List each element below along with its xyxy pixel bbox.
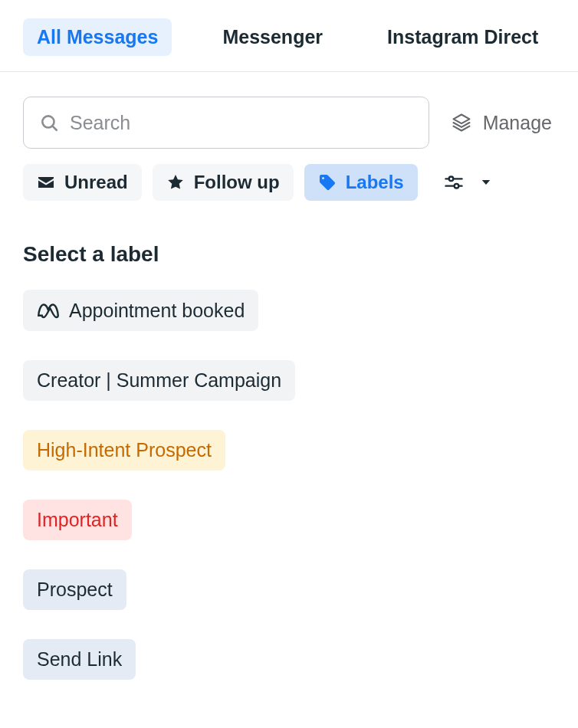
meta-icon <box>37 299 60 322</box>
label-text: High-Intent Prospect <box>37 439 212 461</box>
label-creator-summer[interactable]: Creator | Summer Campaign <box>23 360 295 401</box>
manage-button[interactable]: Manage <box>451 112 555 134</box>
svg-point-4 <box>448 177 453 182</box>
filter-unread[interactable]: Unread <box>23 164 142 201</box>
label-text: Send Link <box>37 648 122 671</box>
label-important[interactable]: Important <box>23 500 132 540</box>
tag-icon <box>318 173 337 192</box>
filter-unread-label: Unread <box>64 172 128 193</box>
filter-labels[interactable]: Labels <box>304 164 418 201</box>
label-text: Creator | Summer Campaign <box>37 369 281 392</box>
stack-icon <box>451 112 472 133</box>
search-box[interactable] <box>23 97 429 149</box>
star-icon <box>166 173 185 192</box>
inbox-tabs: All Messages Messenger Instagram Direct <box>0 0 578 72</box>
label-text: Appointment booked <box>69 300 245 322</box>
search-input[interactable] <box>70 112 413 134</box>
label-prospect[interactable]: Prospect <box>23 569 126 610</box>
manage-label: Manage <box>483 112 552 134</box>
filters-row: Unread Follow up Labels <box>0 149 578 201</box>
filter-labels-label: Labels <box>346 172 404 193</box>
tab-instagram-direct[interactable]: Instagram Direct <box>373 18 552 56</box>
search-icon <box>39 113 59 133</box>
filter-settings-group <box>442 172 493 193</box>
labels-list: Appointment booked Creator | Summer Camp… <box>0 267 578 680</box>
label-appointment-booked[interactable]: Appointment booked <box>23 290 258 331</box>
tab-all-messages[interactable]: All Messages <box>23 18 172 56</box>
sliders-icon[interactable] <box>442 172 465 193</box>
mail-icon <box>37 173 55 192</box>
svg-point-6 <box>454 184 458 189</box>
toolbar-row: Manage <box>0 72 578 149</box>
tab-messenger[interactable]: Messenger <box>209 18 337 56</box>
svg-line-1 <box>53 126 57 130</box>
chevron-down-icon[interactable] <box>479 175 493 189</box>
select-label-heading: Select a label <box>0 201 578 267</box>
filter-followup-label: Follow up <box>194 172 280 193</box>
svg-marker-2 <box>453 115 469 124</box>
label-send-link[interactable]: Send Link <box>23 639 136 680</box>
label-text: Important <box>37 509 118 531</box>
label-text: Prospect <box>37 579 113 601</box>
label-high-intent[interactable]: High-Intent Prospect <box>23 430 225 471</box>
filter-followup[interactable]: Follow up <box>153 164 294 201</box>
